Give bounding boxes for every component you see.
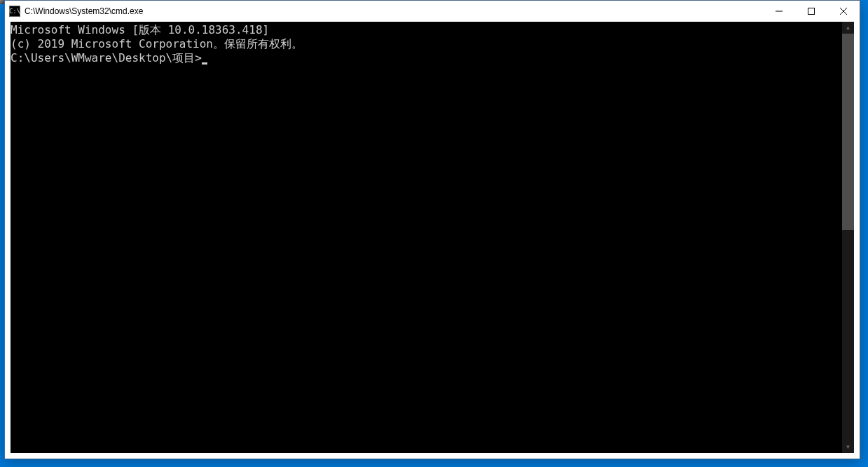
scrollbar-up-icon[interactable]: ▲ [842,22,854,34]
close-button[interactable] [827,1,860,22]
minimize-icon [776,8,783,15]
window-title: C:\Windows\System32\cmd.exe [25,6,143,16]
terminal-prompt: C:\Users\WMware\Desktop\项目> [11,51,202,65]
scrollbar[interactable]: ▲ ▼ [842,22,854,453]
terminal-line-version: Microsoft Windows [版本 10.0.18363.418] [11,23,842,37]
cursor-icon [202,62,207,65]
titlebar-left: C:\ C:\Windows\System32\cmd.exe [5,6,143,17]
maximize-button[interactable] [795,1,827,22]
terminal-prompt-line: C:\Users\WMware\Desktop\项目> [11,51,842,65]
scrollbar-down-icon[interactable]: ▼ [842,441,854,453]
cmd-icon: C:\ [9,6,20,17]
maximize-icon [808,8,815,15]
window-controls [763,1,860,22]
scrollbar-thumb[interactable] [842,34,854,230]
close-icon [840,8,847,15]
cmd-window: C:\ C:\Windows\System32\cmd.exe [4,0,860,459]
titlebar[interactable]: C:\ C:\Windows\System32\cmd.exe [5,1,860,22]
terminal[interactable]: Microsoft Windows [版本 10.0.18363.418](c)… [11,22,842,453]
terminal-container: Microsoft Windows [版本 10.0.18363.418](c)… [11,22,854,453]
terminal-line-copyright: (c) 2019 Microsoft Corporation。保留所有权利。 [11,37,842,51]
minimize-button[interactable] [763,1,795,22]
svg-rect-1 [808,8,815,15]
